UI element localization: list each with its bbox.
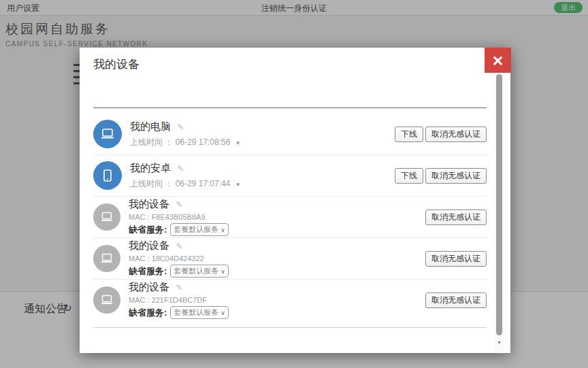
edit-name-icon[interactable]: ✎	[176, 200, 182, 210]
device-actions: 取消无感认证	[425, 210, 487, 225]
mac-label: MAC :	[129, 213, 152, 221]
device-name: 我的安卓	[130, 162, 171, 173]
default-service-row: 缺省服务: 套餐默认服务 ∨	[129, 223, 425, 236]
chevron-down-icon[interactable]: ▼	[235, 182, 241, 188]
device-info: 我的安卓 ✎ 上线时间 ： 06-29 17:07:44 ▼	[130, 162, 395, 190]
service-selected-value: 套餐默认服务	[174, 307, 218, 318]
cancel-seamless-auth-button[interactable]: 取消无感认证	[425, 251, 487, 267]
title-divider	[93, 107, 487, 108]
cancel-seamless-auth-button[interactable]: 取消无感认证	[425, 127, 487, 142]
my-devices-modal: ✕ ▼ 我的设备 我的电脑 ✎ 上线时间 ： 06-29 17:	[80, 48, 510, 353]
device-name: 我的设备	[129, 239, 169, 251]
service-selected-value: 套餐默认服务	[174, 266, 218, 276]
offline-button[interactable]: 下线	[395, 127, 423, 142]
modal-scrollbar[interactable]: ▼	[494, 48, 504, 353]
service-select[interactable]: 套餐默认服务 ∨	[170, 265, 229, 278]
online-time-value: 06-29 17:08:56	[176, 137, 231, 147]
device-row-generic: 我的设备 ✎ MAC : 18C04D424322 缺省服务: 套餐默认服务 ∨…	[93, 238, 487, 280]
scrollbar-thumb[interactable]	[496, 74, 502, 335]
select-chevron-icon: ∨	[220, 310, 225, 316]
edit-name-icon[interactable]: ✎	[177, 164, 184, 173]
mac-label: MAC :	[129, 254, 152, 263]
service-label: 缺省服务:	[129, 224, 167, 236]
online-time-label: 上线时间 ：	[130, 179, 173, 188]
service-select[interactable]: 套餐默认服务 ∨	[170, 223, 229, 236]
default-service-row: 缺省服务: 套餐默认服务 ∨	[129, 265, 425, 278]
service-select[interactable]: 套餐默认服务 ∨	[170, 306, 229, 319]
online-time-label: 上线时间 ：	[130, 137, 173, 147]
bottom-divider	[93, 327, 487, 328]
modal-title: 我的设备	[93, 48, 487, 72]
mac-value: 18C04D424322	[152, 254, 204, 263]
select-chevron-icon: ∨	[220, 268, 225, 275]
laptop-icon	[93, 120, 122, 148]
edit-name-icon[interactable]: ✎	[176, 241, 182, 251]
mac-value: F8E43B05B8A9	[152, 213, 206, 221]
device-mac: MAC : 18C04D424322	[129, 254, 425, 263]
laptop-icon-gray	[93, 245, 120, 272]
mac-value: 221F1D4BC7DF	[152, 296, 207, 304]
device-row-computer: 我的电脑 ✎ 上线时间 ： 06-29 17:08:56 ▼ 下线 取消无感认证	[93, 114, 487, 155]
service-selected-value: 套餐默认服务	[174, 224, 218, 235]
device-info: 我的设备 ✎ MAC : F8E43B05B8A9 缺省服务: 套餐默认服务 ∨	[129, 198, 425, 236]
scrollbar-down-arrow[interactable]: ▼	[494, 340, 504, 345]
online-time[interactable]: 上线时间 ： 06-29 17:08:56 ▼	[130, 137, 395, 148]
device-mac: MAC : F8E43B05B8A9	[129, 213, 425, 221]
modal-body: 我的设备 我的电脑 ✎ 上线时间 ： 06-29 17:08:56 ▼	[80, 48, 510, 353]
mac-label: MAC :	[129, 296, 152, 304]
smartphone-icon	[93, 161, 122, 190]
edit-name-icon[interactable]: ✎	[177, 122, 184, 132]
laptop-icon-gray	[93, 203, 120, 231]
default-service-row: 缺省服务: 套餐默认服务 ∨	[129, 306, 425, 319]
device-name: 我的设备	[129, 198, 169, 210]
device-actions: 取消无感认证	[425, 292, 487, 308]
service-label: 缺省服务:	[129, 265, 167, 278]
device-mac: MAC : 221F1D4BC7DF	[129, 296, 425, 304]
device-info: 我的设备 ✎ MAC : 18C04D424322 缺省服务: 套餐默认服务 ∨	[129, 239, 425, 278]
online-time[interactable]: 上线时间 ： 06-29 17:07:44 ▼	[130, 178, 395, 190]
edit-name-icon[interactable]: ✎	[176, 283, 182, 292]
device-row-android: 我的安卓 ✎ 上线时间 ： 06-29 17:07:44 ▼ 下线 取消无感认证	[93, 155, 487, 197]
offline-button[interactable]: 下线	[395, 168, 423, 184]
device-actions: 下线 取消无感认证	[395, 168, 487, 184]
device-info: 我的设备 ✎ MAC : 221F1D4BC7DF 缺省服务: 套餐默认服务 ∨	[129, 281, 425, 319]
device-name: 我的设备	[129, 281, 169, 292]
select-chevron-icon: ∨	[220, 227, 225, 233]
cancel-seamless-auth-button[interactable]: 取消无感认证	[425, 168, 487, 184]
cancel-seamless-auth-button[interactable]: 取消无感认证	[425, 210, 487, 225]
device-info: 我的电脑 ✎ 上线时间 ： 06-29 17:08:56 ▼	[130, 120, 395, 148]
close-icon[interactable]: ✕	[485, 48, 511, 73]
chevron-down-icon[interactable]: ▼	[235, 140, 241, 146]
laptop-icon-gray	[93, 286, 120, 314]
device-actions: 下线 取消无感认证	[395, 127, 487, 142]
device-row-generic: 我的设备 ✎ MAC : F8E43B05B8A9 缺省服务: 套餐默认服务 ∨…	[93, 197, 487, 238]
service-label: 缺省服务:	[129, 307, 167, 319]
device-row-generic: 我的设备 ✎ MAC : 221F1D4BC7DF 缺省服务: 套餐默认服务 ∨…	[93, 280, 487, 320]
online-time-value: 06-29 17:07:44	[176, 179, 231, 188]
device-name: 我的电脑	[130, 120, 171, 132]
cancel-seamless-auth-button[interactable]: 取消无感认证	[425, 292, 487, 308]
device-actions: 取消无感认证	[425, 251, 487, 267]
